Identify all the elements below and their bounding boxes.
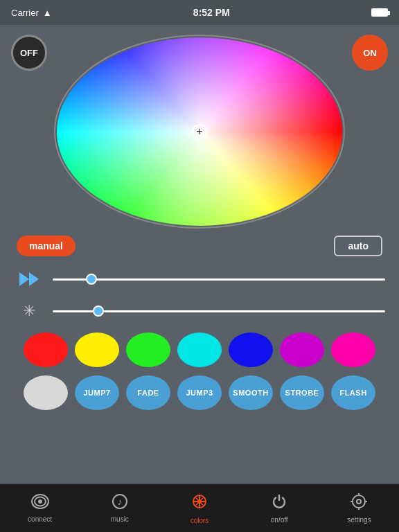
swatch-cyan[interactable] <box>177 332 222 367</box>
color-wheel-container[interactable]: + <box>54 35 345 229</box>
auto-button[interactable]: auto <box>334 236 382 256</box>
status-battery <box>371 8 388 17</box>
svg-point-11 <box>357 499 361 504</box>
swatch-red[interactable] <box>24 332 68 367</box>
tab-onoff[interactable]: on/off <box>240 493 319 524</box>
mode-buttons-row: WHITEJUMP7FADEJUMP3SMOOTHSTROBEFLASH <box>17 375 382 410</box>
carrier-text: Carrier <box>11 8 39 18</box>
tab-bar: connect♪musiccolorson/offsettings <box>0 484 399 532</box>
mode-btn-jump7[interactable]: JUMP7 <box>75 375 119 410</box>
tab-icon-music: ♪ <box>112 494 127 513</box>
manual-button[interactable]: manual <box>17 236 76 256</box>
tab-connect[interactable]: connect <box>0 494 80 523</box>
swatch-yellow[interactable] <box>75 332 119 367</box>
on-button[interactable]: ON <box>352 35 388 71</box>
status-carrier: Carrier ▲ <box>11 8 52 18</box>
mode-btn-fade[interactable]: FADE <box>126 375 170 410</box>
mode-btn-smooth[interactable]: SMOOTH <box>229 375 273 410</box>
speed-slider-row <box>14 267 385 291</box>
off-button[interactable]: OFF <box>11 35 47 71</box>
status-bar: Carrier ▲ 8:52 PM <box>0 0 399 25</box>
svg-text:♪: ♪ <box>117 496 122 507</box>
tab-colors[interactable]: colors <box>159 493 239 524</box>
mode-btn-flash[interactable]: FLASH <box>331 375 375 410</box>
tab-settings[interactable]: settings <box>319 493 399 524</box>
speed-icon <box>14 267 44 291</box>
tab-label-colors: colors <box>190 517 209 524</box>
brightness-track <box>53 310 385 312</box>
swatch-green[interactable] <box>126 332 170 367</box>
tab-music[interactable]: ♪music <box>80 494 159 523</box>
battery-icon <box>371 8 388 17</box>
svg-point-12 <box>353 495 365 508</box>
brightness-slider-row: ✳ <box>14 299 385 323</box>
svg-point-2 <box>38 499 42 504</box>
mode-btn-strobe[interactable]: STROBE <box>280 375 324 410</box>
mode-btn-white[interactable]: WHITE <box>24 375 68 410</box>
brightness-thumb[interactable] <box>93 305 104 317</box>
tab-icon-connect <box>31 494 49 513</box>
tab-icon-colors <box>190 493 209 515</box>
swatch-pink[interactable] <box>331 332 375 367</box>
speed-track <box>53 278 385 281</box>
main-content: OFF ON + manual auto ✳ <box>0 25 399 484</box>
status-time: 8:52 PM <box>193 7 230 18</box>
swatch-blue[interactable] <box>229 332 273 367</box>
color-crosshair: + <box>192 124 207 139</box>
tab-icon-onoff <box>271 493 287 514</box>
wifi-icon: ▲ <box>43 8 52 18</box>
mode-selector: manual auto <box>0 236 399 256</box>
tab-label-onoff: on/off <box>271 516 288 524</box>
swatch-purple[interactable] <box>280 332 324 367</box>
tab-label-connect: connect <box>28 515 52 523</box>
speed-thumb[interactable] <box>86 274 97 285</box>
tab-label-settings: settings <box>347 516 371 524</box>
color-swatches <box>11 332 388 367</box>
brightness-icon: ✳ <box>14 299 44 323</box>
tab-label-music: music <box>111 515 129 523</box>
tab-icon-settings <box>351 493 367 514</box>
mode-btn-jump3[interactable]: JUMP3 <box>177 375 222 410</box>
sliders-section: ✳ <box>0 267 399 323</box>
